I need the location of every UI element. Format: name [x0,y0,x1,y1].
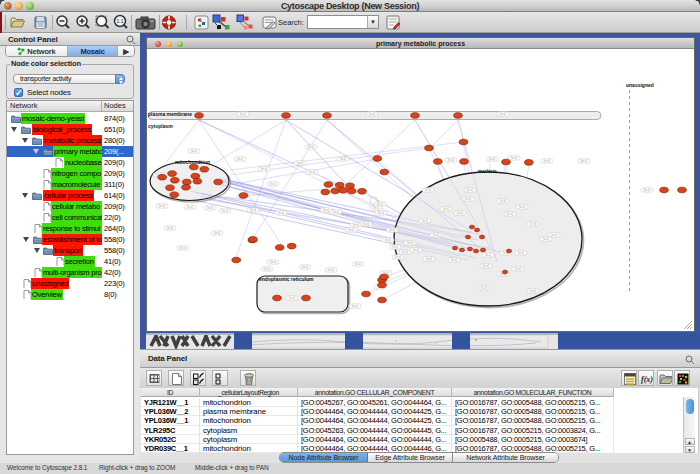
svg-text:[tx.x]: [tx.x] [187,205,194,209]
svg-text:[tx.x]: [tx.x] [270,182,277,186]
svg-text:[tx.x]: [tx.x] [309,170,316,174]
svg-text:[tx.x]: [tx.x] [167,226,174,230]
svg-text:[tx.x]: [tx.x] [530,289,537,293]
svg-text:[tx.x]: [tx.x] [451,258,458,262]
svg-text:[tx.x]: [tx.x] [270,260,277,264]
svg-text:[tx.x]: [tx.x] [278,211,285,215]
svg-text:[tx.x]: [tx.x] [392,245,399,249]
svg-text:[tx.x]: [tx.x] [519,205,526,209]
svg-text:[tx.x]: [tx.x] [530,222,537,226]
svg-text:[tx.x]: [tx.x] [373,206,380,210]
svg-text:cytoplasm: cytoplasm [148,123,173,129]
svg-text:[tx.x]: [tx.x] [433,233,440,237]
svg-text:[tx.x]: [tx.x] [214,231,221,235]
svg-text:1:1: 1:1 [117,18,124,24]
svg-text:[tx.x]: [tx.x] [250,208,257,212]
svg-text:[tx.x]: [tx.x] [237,157,244,161]
svg-text:[tx.x]: [tx.x] [369,112,376,116]
svg-text:[tx.x]: [tx.x] [378,211,385,215]
svg-text:[tx.x]: [tx.x] [180,246,187,250]
svg-text:[tx.x]: [tx.x] [443,207,450,211]
svg-text:[tx.x]: [tx.x] [240,112,247,116]
svg-text:[tx.x]: [tx.x] [543,237,550,241]
svg-text:[tx.x]: [tx.x] [407,241,414,245]
svg-text:[tx.x]: [tx.x] [389,228,396,232]
svg-text:[tx.x]: [tx.x] [302,265,309,269]
svg-text:[tx.x]: [tx.x] [191,149,198,153]
svg-text:[tx.x]: [tx.x] [333,210,340,214]
svg-text:[tx.x]: [tx.x] [425,188,432,192]
svg-text:plasma membrane: plasma membrane [148,111,192,117]
svg-text:[tx.x]: [tx.x] [644,188,651,192]
svg-text:[tx.x]: [tx.x] [483,264,490,268]
svg-text:[tx.x]: [tx.x] [426,257,433,261]
svg-text:[tx.x]: [tx.x] [352,304,359,308]
svg-text:[tx.x]: [tx.x] [402,250,409,254]
svg-text:[tx.x]: [tx.x] [222,209,229,213]
svg-text:[tx.x]: [tx.x] [485,253,492,257]
svg-text:unassigned: unassigned [626,82,654,88]
svg-text:[tx.x]: [tx.x] [363,222,370,226]
svg-text:[tx.x]: [tx.x] [159,204,166,208]
svg-text:[tx.x]: [tx.x] [395,255,402,259]
svg-text:[tx.x]: [tx.x] [544,159,551,163]
svg-text:[tx.x]: [tx.x] [355,262,362,266]
svg-text:[tx.x]: [tx.x] [489,157,496,161]
svg-text:[tx.x]: [tx.x] [413,248,420,252]
svg-text:[tx.x]: [tx.x] [264,267,271,271]
svg-text:[tx.x]: [tx.x] [289,296,296,300]
svg-text:[tx.x]: [tx.x] [500,112,507,116]
svg-text:[tx.x]: [tx.x] [511,156,518,160]
svg-text:[tx.x]: [tx.x] [507,212,514,216]
svg-text:[tx.x]: [tx.x] [340,157,347,161]
svg-text:[tx.x]: [tx.x] [500,199,507,203]
svg-text:[tx.x]: [tx.x] [261,167,268,171]
svg-text:nucleus: nucleus [478,168,497,174]
svg-text:endoplasmic reticulum: endoplasmic reticulum [259,276,314,282]
svg-text:[tx.x]: [tx.x] [297,161,304,165]
svg-text:[tx.x]: [tx.x] [328,268,335,272]
svg-text:[tx.x]: [tx.x] [518,251,525,255]
svg-text:[tx.x]: [tx.x] [323,208,330,212]
svg-text:[tx.x]: [tx.x] [515,267,522,271]
svg-text:[tx.x]: [tx.x] [457,211,464,215]
svg-text:[tx.x]: [tx.x] [308,145,315,149]
svg-text:[tx.x]: [tx.x] [448,158,455,162]
svg-text:[tx.x]: [tx.x] [467,188,474,192]
svg-text:[tx.x]: [tx.x] [422,219,429,223]
svg-text:[tx.x]: [tx.x] [581,159,588,163]
svg-text:[tx.x]: [tx.x] [348,228,355,232]
svg-text:[tx.x]: [tx.x] [465,197,472,201]
svg-text:[tx.x]: [tx.x] [207,206,214,210]
svg-text:[tx.x]: [tx.x] [353,223,360,227]
svg-text:[tx.x]: [tx.x] [385,238,392,242]
svg-text:[tx.x]: [tx.x] [481,286,488,290]
svg-text:[tx.x]: [tx.x] [551,233,558,237]
svg-text:f(x): f(x) [641,375,653,384]
